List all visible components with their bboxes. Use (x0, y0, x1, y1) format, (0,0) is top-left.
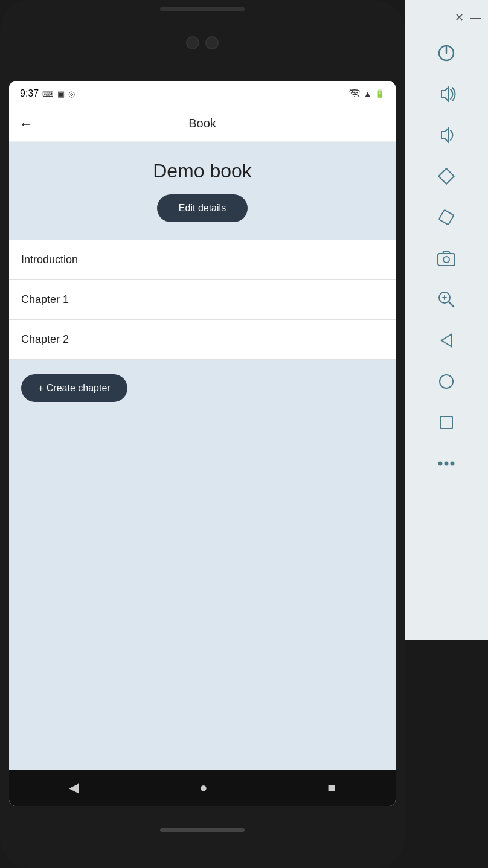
svg-marker-4 (441, 87, 449, 101)
more-icon[interactable] (428, 445, 464, 482)
app-bar: ← Book (9, 106, 396, 142)
chapter-item-1[interactable]: Chapter 1 (9, 280, 396, 320)
svg-marker-14 (441, 334, 451, 346)
app-bar-title: Book (43, 116, 362, 130)
sidebar-close-button[interactable]: ✕ (455, 11, 464, 24)
chapter-item-introduction[interactable]: Introduction (9, 240, 396, 280)
svg-line-13 (449, 302, 454, 307)
bottom-nav: ◀ ● ■ (9, 770, 396, 806)
svg-point-18 (445, 462, 448, 465)
svg-point-15 (440, 375, 453, 388)
rotate-alt-icon[interactable] (428, 199, 464, 235)
chapter-item-2[interactable]: Chapter 2 (9, 320, 396, 360)
nav-back-button[interactable]: ◀ (69, 780, 79, 796)
nav-recent-button[interactable]: ■ (327, 780, 335, 796)
phone-top (0, 0, 405, 18)
recent-icon[interactable] (428, 404, 464, 441)
app-status-icon: ◎ (68, 89, 75, 98)
status-time: 9:37 (20, 88, 39, 99)
back-icon[interactable] (428, 322, 464, 359)
create-chapter-area: + Create chapter (9, 360, 396, 770)
camera-area (186, 36, 219, 49)
volume-up-icon[interactable] (428, 76, 464, 112)
svg-rect-16 (440, 416, 452, 429)
phone-shell: 9:37 ⌨ ▣ ◎ ▲ (0, 0, 405, 868)
phone-speaker (160, 7, 245, 11)
camera-dot-left (186, 36, 199, 49)
battery-icon: 🔋 (375, 89, 385, 98)
wifi-icon (349, 89, 360, 99)
rotate-icon[interactable] (428, 158, 464, 194)
keyboard-icon: ⌨ (42, 89, 54, 98)
zoom-in-icon[interactable] (428, 281, 464, 318)
home-icon[interactable] (428, 363, 464, 400)
svg-point-17 (439, 462, 442, 465)
svg-point-0 (354, 96, 355, 97)
camera-dot-right (205, 36, 219, 49)
sidebar-controls: ✕ — (405, 6, 488, 29)
back-button[interactable]: ← (19, 115, 33, 132)
svg-rect-6 (438, 168, 454, 183)
svg-rect-7 (439, 210, 454, 225)
svg-rect-8 (438, 254, 455, 266)
sim-icon: ▣ (57, 89, 65, 98)
camera-icon[interactable] (428, 240, 464, 276)
sidebar-icons (405, 29, 488, 488)
book-title: Demo book (153, 160, 252, 182)
chapters-list: Introduction Chapter 1 Chapter 2 (9, 240, 396, 360)
svg-marker-5 (441, 128, 449, 142)
power-icon[interactable] (428, 35, 464, 71)
create-chapter-button[interactable]: + Create chapter (21, 374, 127, 402)
edit-details-button[interactable]: Edit details (157, 194, 248, 222)
phone-bottom (0, 806, 405, 854)
volume-down-icon[interactable] (428, 117, 464, 153)
sidebar-minimize-button[interactable]: — (470, 11, 481, 24)
signal-icon: ▲ (364, 89, 371, 98)
svg-point-19 (451, 462, 454, 465)
svg-point-9 (443, 257, 449, 263)
status-bar: 9:37 ⌨ ▣ ◎ ▲ (9, 81, 396, 106)
right-sidebar: ✕ — (405, 0, 488, 640)
phone-bottom-bar (160, 828, 245, 832)
phone-screen: 9:37 ⌨ ▣ ◎ ▲ (9, 81, 396, 806)
nav-home-button[interactable]: ● (199, 780, 207, 796)
book-header: Demo book Edit details (9, 142, 396, 240)
